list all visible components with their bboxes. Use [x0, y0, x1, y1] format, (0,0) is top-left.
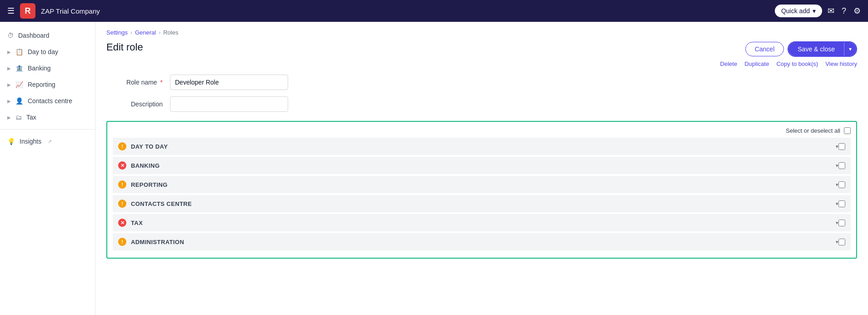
perm-checkbox-tax[interactable]	[838, 220, 845, 226]
tax-icon: 🗂	[15, 114, 22, 121]
nav-icons: ✉ ? ⚙	[828, 6, 861, 16]
perm-checkbox-reporting[interactable]	[838, 181, 845, 188]
sidebar-item-reporting[interactable]: ▶ 📈 Reporting	[0, 76, 95, 93]
action-links: Delete Duplicate Copy to book(s) View hi…	[106, 60, 857, 67]
breadcrumb-settings[interactable]: Settings	[106, 29, 128, 36]
permission-tax: ✕ TAX ▾	[113, 214, 851, 231]
chevron-right-icon: ▶	[7, 115, 11, 120]
perm-label: TAX	[131, 220, 834, 226]
perm-checkbox-banking[interactable]	[838, 162, 845, 169]
banking-icon: 🏦	[15, 65, 23, 72]
perm-checkbox-contacts-centre[interactable]	[838, 200, 845, 207]
select-all-row: Select or deselect all	[113, 127, 851, 134]
quick-add-button[interactable]: Quick add ▾	[775, 5, 822, 17]
description-input[interactable]	[170, 96, 288, 112]
app-logo: R	[20, 3, 35, 19]
sidebar-item-label: Dashboard	[18, 32, 50, 39]
delete-link[interactable]: Delete	[720, 60, 738, 67]
sidebar-item-label: Reporting	[28, 81, 55, 88]
perm-warning-icon: !	[118, 180, 126, 189]
save-dropdown-button[interactable]: ▾	[844, 42, 856, 56]
sidebar-item-tax[interactable]: ▶ 🗂 Tax	[0, 109, 95, 125]
perm-warning-icon: !	[118, 200, 126, 208]
save-close-button[interactable]: Save & close	[788, 42, 844, 56]
duplicate-link[interactable]: Duplicate	[744, 60, 769, 67]
perm-label: ADMINISTRATION	[131, 239, 834, 245]
permission-day-to-day: ! DAY TO DAY ▾	[113, 138, 851, 155]
permission-banking: ✕ BANKING ▾	[113, 157, 851, 174]
chevron-right-icon: ▶	[7, 82, 11, 87]
perm-error-icon: ✕	[118, 161, 126, 170]
perm-error-icon: ✕	[118, 219, 126, 227]
dashboard-icon: ⏱	[7, 32, 14, 39]
required-star: *	[160, 79, 163, 86]
sidebar-item-label: Day to day	[28, 48, 58, 55]
hamburger-icon[interactable]: ☰	[7, 6, 15, 16]
sidebar-item-contacts-centre[interactable]: ▶ 👤 Contacts centre	[0, 93, 95, 109]
permission-contacts-centre: ! CONTACTS CENTRE ▾	[113, 195, 851, 212]
select-deselect-label: Select or deselect all	[786, 127, 840, 134]
breadcrumb: Settings › General › Roles	[106, 29, 857, 36]
permission-administration: ! ADMINISTRATION ▾	[113, 233, 851, 250]
description-label: Description	[106, 100, 170, 108]
role-name-input[interactable]	[170, 75, 288, 90]
role-name-row: Role name *	[106, 75, 857, 90]
breadcrumb-general[interactable]: General	[135, 29, 156, 36]
company-name: ZAP Trial Company	[41, 7, 769, 15]
copy-to-books-link[interactable]: Copy to book(s)	[776, 60, 818, 67]
perm-checkbox-day-to-day[interactable]	[838, 143, 845, 150]
save-button-group: Save & close ▾	[788, 41, 857, 57]
description-row: Description	[106, 96, 857, 112]
page-title: Edit role	[106, 41, 143, 53]
sidebar-item-label: Banking	[28, 65, 51, 72]
external-link-icon: ↗	[48, 139, 52, 145]
sidebar-item-label: Insights	[20, 138, 41, 145]
chevron-right-icon: ▶	[7, 50, 11, 55]
sidebar-item-banking[interactable]: ▶ 🏦 Banking	[0, 60, 95, 76]
chevron-right-icon: ▶	[7, 66, 11, 71]
perm-warning-icon: !	[118, 238, 126, 246]
page-header: Edit role Cancel Save & close ▾	[106, 41, 857, 57]
view-history-link[interactable]: View history	[825, 60, 857, 67]
role-name-label: Role name *	[106, 79, 170, 86]
perm-label: DAY TO DAY	[131, 143, 834, 150]
help-icon[interactable]: ?	[842, 6, 846, 16]
permissions-section: Select or deselect all ! DAY TO DAY ▾ ✕ …	[106, 121, 857, 259]
sidebar-item-label: Tax	[26, 114, 36, 121]
sidebar-item-insights[interactable]: 💡 Insights ↗	[0, 133, 95, 150]
sidebar-item-label: Contacts centre	[28, 97, 72, 105]
top-nav: ☰ R ZAP Trial Company Quick add ▾ ✉ ? ⚙	[0, 0, 868, 22]
insights-icon: 💡	[7, 138, 15, 145]
breadcrumb-current: Roles	[163, 29, 178, 36]
settings-icon[interactable]: ⚙	[853, 6, 861, 16]
contacts-icon: 👤	[15, 97, 23, 105]
sidebar-item-day-to-day[interactable]: ▶ 📋 Day to day	[0, 44, 95, 60]
header-actions: Cancel Save & close ▾	[745, 41, 857, 57]
perm-label: CONTACTS CENTRE	[131, 200, 834, 207]
perm-checkbox-administration[interactable]	[838, 239, 845, 245]
select-all-checkbox[interactable]	[844, 127, 851, 134]
form-section: Role name * Description	[106, 75, 857, 112]
chevron-right-icon: ▶	[7, 99, 11, 104]
main-content: Settings › General › Roles Edit role Can…	[95, 22, 868, 315]
perm-label: REPORTING	[131, 181, 834, 188]
calendar-icon: 📋	[15, 48, 23, 55]
perm-label: BANKING	[131, 162, 834, 169]
sidebar-item-dashboard[interactable]: ⏱ Dashboard	[0, 27, 95, 44]
reporting-icon: 📈	[15, 81, 23, 88]
mail-icon[interactable]: ✉	[828, 6, 834, 16]
cancel-button[interactable]: Cancel	[745, 42, 784, 56]
sidebar: ⏱ Dashboard ▶ 📋 Day to day ▶ 🏦 Banking ▶…	[0, 22, 95, 315]
permission-reporting: ! REPORTING ▾	[113, 176, 851, 193]
perm-warning-icon: !	[118, 142, 126, 150]
